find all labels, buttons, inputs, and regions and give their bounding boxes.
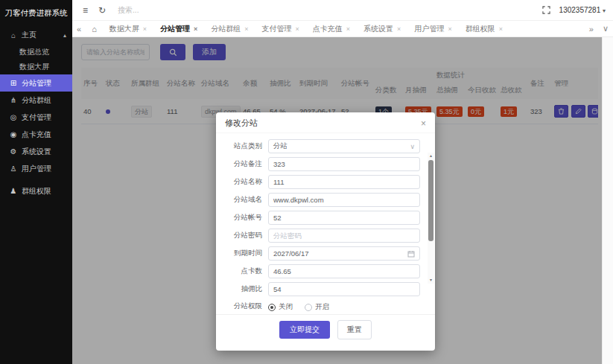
tab-label: 系统设置 xyxy=(363,24,393,34)
sidebar-item-label: 点卡充值 xyxy=(22,130,51,140)
scrollbar-thumb[interactable] xyxy=(428,160,433,241)
app-title: 刀客付费进群系统 xyxy=(0,0,72,25)
dialog-close-icon[interactable]: × xyxy=(421,119,426,128)
user-id: 1302357281 xyxy=(559,6,601,14)
calendar-icon xyxy=(407,250,415,258)
card-icon: ◉ xyxy=(8,130,19,138)
close-icon[interactable]: × xyxy=(448,25,451,33)
chevron-down-icon: ∨ xyxy=(410,143,415,150)
radio-on-label: 开启 xyxy=(315,302,329,312)
sidebar-item-card-recharge[interactable]: ◉ 点卡充值 xyxy=(0,126,72,143)
tab-payment-manage[interactable]: 支付管理 × xyxy=(255,21,306,36)
close-icon[interactable]: × xyxy=(499,25,503,33)
card-count-field[interactable] xyxy=(273,267,415,275)
sidebar-item-user-manage[interactable]: ♙ 用户管理 xyxy=(0,160,72,177)
tab-user-manage[interactable]: 用户管理 × xyxy=(407,21,458,36)
sidebar-item-label: 系统设置 xyxy=(22,147,51,157)
user-icon: ♙ xyxy=(8,165,19,173)
tab-label: 用户管理 xyxy=(414,24,444,34)
account-label: 分站帐号 xyxy=(222,213,268,223)
tab-data-screen[interactable]: 数据大屏 × xyxy=(103,21,153,36)
tab-substation-manage[interactable]: 分站管理 × xyxy=(153,21,204,36)
expire-date-picker[interactable]: 2027/06/17 xyxy=(268,246,420,261)
close-icon[interactable]: × xyxy=(143,25,147,33)
tab-group-permission[interactable]: 群组权限 × xyxy=(459,21,509,36)
remark-field[interactable] xyxy=(273,160,415,168)
expire-date-value: 2027/06/17 xyxy=(273,249,309,258)
tab-substation-group[interactable]: 分站群组 × xyxy=(204,21,255,36)
sidebar-item-system-settings[interactable]: ⚙ 系统设置 xyxy=(0,143,72,160)
page-scrollbar[interactable] xyxy=(602,37,613,364)
sidebar-item-label: 数据大屏 xyxy=(19,62,49,72)
tab-label: 数据大屏 xyxy=(109,24,139,34)
scroll-up-icon[interactable]: ▴ xyxy=(428,153,434,159)
password-field[interactable] xyxy=(273,232,415,240)
sidebar-item-group-permission[interactable]: ♟ 群组权限 xyxy=(0,182,72,199)
menu-toggle-icon[interactable]: ≡ xyxy=(83,5,88,16)
tab-label: 群组权限 xyxy=(466,24,495,34)
sidebar: 刀客付费进群系统 ⌂ 主页 ▴ 数据总览 数据大屏 ⊞ 分站管理 ⋔ 分站群组 … xyxy=(0,0,72,364)
tab-label: 支付管理 xyxy=(262,24,292,34)
domain-label: 分站域名 xyxy=(222,195,268,205)
name-field[interactable] xyxy=(273,178,415,186)
permission-radio-group: 关闭 开启 xyxy=(268,300,329,312)
gear-icon: ⚙ xyxy=(8,147,19,156)
sidebar-item-payment-manage[interactable]: ◎ 支付管理 xyxy=(0,109,72,126)
permission-label: 分站权限 xyxy=(222,301,268,311)
submit-button[interactable]: 立即提交 xyxy=(279,321,330,339)
commission-label: 抽佣比 xyxy=(222,284,268,294)
site-type-label: 站点类别 xyxy=(222,141,268,151)
fullscreen-icon[interactable] xyxy=(542,6,550,14)
global-search-input[interactable] xyxy=(118,6,207,14)
group-icon: ⋔ xyxy=(8,96,19,104)
close-icon[interactable]: × xyxy=(296,25,299,33)
topbar: ≡ ↻ 1302357281 ▾ xyxy=(72,0,613,21)
tab-label: 点卡充值 xyxy=(313,24,343,34)
card-count-label: 点卡数 xyxy=(222,266,268,276)
close-icon[interactable]: × xyxy=(397,25,401,33)
radio-on[interactable]: 开启 xyxy=(305,302,329,312)
sidebar-item-label: 群组权限 xyxy=(22,186,51,197)
tab-label: 分站群组 xyxy=(211,24,241,34)
sidebar-item-data-overview[interactable]: 数据总览 xyxy=(0,45,72,60)
close-icon[interactable]: × xyxy=(244,25,248,33)
sidebar-item-label: 数据总览 xyxy=(19,47,49,57)
tabs-expand-icon[interactable]: » xyxy=(585,25,598,33)
name-label: 分站名称 xyxy=(222,177,268,187)
commission-field[interactable] xyxy=(273,285,415,293)
edit-substation-dialog: 修改分站 × 站点类别 分站 ∨ 分站备注 分站名称 分站域名 分站帐号 xyxy=(216,112,435,351)
tab-card-recharge[interactable]: 点卡充值 × xyxy=(306,21,357,36)
scroll-down-icon[interactable]: ▾ xyxy=(428,277,434,284)
sidebar-item-substation-group[interactable]: ⋔ 分站群组 xyxy=(0,92,72,109)
close-icon[interactable]: × xyxy=(194,25,197,33)
dialog-body: 站点类别 分站 ∨ 分站备注 分站名称 分站域名 分站帐号 分站密码 xyxy=(216,132,435,314)
sidebar-item-label: 分站群组 xyxy=(22,95,51,106)
home-icon: ⌂ xyxy=(8,31,19,39)
tab-bar: « ⌂ 数据大屏 × 分站管理 × 分站群组 × 支付管理 × 点卡充值 × 系… xyxy=(72,21,613,37)
sidebar-item-data-screen[interactable]: 数据大屏 xyxy=(0,60,72,74)
payment-icon: ◎ xyxy=(8,113,19,121)
sidebar-item-home[interactable]: ⌂ 主页 ▴ xyxy=(0,25,72,45)
sidebar-item-label: 支付管理 xyxy=(22,112,51,123)
tabs-menu-icon[interactable]: ∨ xyxy=(598,24,613,33)
account-field[interactable] xyxy=(273,214,415,222)
dialog-scrollbar[interactable]: ▴ ▾ xyxy=(428,153,434,284)
users-icon: ♟ xyxy=(8,187,19,195)
tabs-collapse-icon[interactable]: « xyxy=(72,25,86,33)
password-label: 分站密码 xyxy=(222,231,268,240)
reset-button[interactable]: 重置 xyxy=(337,320,372,339)
expire-label: 到期时间 xyxy=(222,249,268,258)
refresh-icon[interactable]: ↻ xyxy=(98,5,106,16)
radio-off[interactable]: 关闭 xyxy=(268,302,293,312)
close-icon[interactable]: × xyxy=(346,25,350,33)
caret-up-icon: ▴ xyxy=(63,32,66,39)
remark-label: 分站备注 xyxy=(222,159,268,169)
tab-home-icon[interactable]: ⌂ xyxy=(86,25,103,33)
user-menu[interactable]: 1302357281 ▾ xyxy=(559,6,606,14)
substation-icon: ⊞ xyxy=(8,79,19,87)
domain-field[interactable] xyxy=(273,196,415,204)
sidebar-item-substation-manage[interactable]: ⊞ 分站管理 xyxy=(0,74,72,92)
tab-label: 分站管理 xyxy=(160,24,190,34)
tab-system-settings[interactable]: 系统设置 × xyxy=(357,21,407,36)
site-type-select[interactable]: 分站 ∨ xyxy=(268,139,420,153)
